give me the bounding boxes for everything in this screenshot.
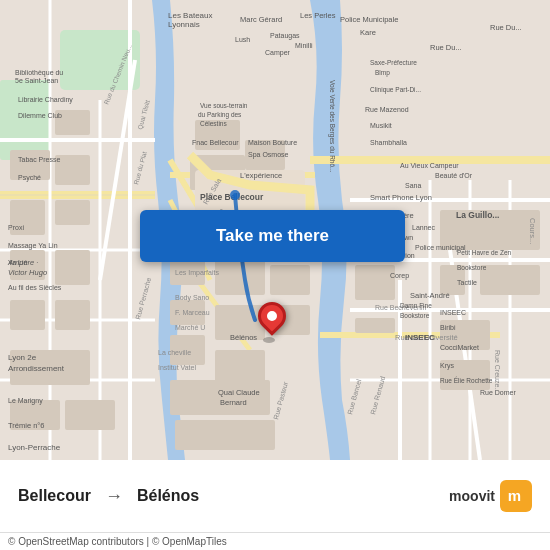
svg-text:Bernard: Bernard — [220, 398, 247, 407]
svg-text:Lyon 2e: Lyon 2e — [8, 353, 37, 362]
svg-text:Librairie Chardiny: Librairie Chardiny — [18, 96, 73, 104]
svg-text:Massage Ya Lin: Massage Ya Lin — [8, 242, 58, 250]
svg-text:Krys: Krys — [440, 362, 455, 370]
route-row: Bellecour → Bélénos moovit m — [0, 460, 550, 532]
svg-text:Fnac Bellecour: Fnac Bellecour — [192, 139, 239, 146]
svg-text:Biribi: Biribi — [440, 324, 456, 331]
take-me-there-button[interactable]: Take me there — [140, 210, 405, 262]
svg-rect-42 — [65, 400, 115, 430]
svg-rect-2 — [0, 80, 50, 160]
svg-text:Petit Havre de Zen: Petit Havre de Zen — [457, 249, 512, 256]
svg-text:Body Sano: Body Sano — [175, 294, 209, 302]
attribution-row: © OpenStreetMap contributors | © OpenMap… — [0, 532, 550, 550]
svg-text:Les Perles: Les Perles — [300, 11, 336, 20]
svg-text:Arrondissement: Arrondissement — [8, 364, 65, 373]
svg-rect-48 — [215, 350, 265, 385]
svg-text:Marché U: Marché U — [175, 324, 205, 331]
svg-text:Victor Hugo: Victor Hugo — [8, 268, 47, 277]
svg-text:Damn Fine: Damn Fine — [400, 302, 432, 309]
location-pin — [258, 302, 286, 330]
bottom-bar: Bellecour → Bélénos moovit m © OpenStree… — [0, 460, 550, 550]
svg-text:Rue Mazenod: Rue Mazenod — [365, 106, 409, 113]
svg-text:Proxi: Proxi — [8, 224, 24, 231]
moovit-icon: m — [500, 480, 532, 512]
svg-text:Au fil des Siècles: Au fil des Siècles — [8, 284, 62, 291]
svg-text:Blmp: Blmp — [375, 69, 390, 77]
svg-text:Dilemme Club: Dilemme Club — [18, 112, 62, 119]
svg-text:Quai Claude: Quai Claude — [218, 388, 260, 397]
svg-text:Lyon-Perrache: Lyon-Perrache — [8, 443, 61, 452]
svg-text:Psyché: Psyché — [18, 174, 41, 182]
svg-text:Rue Du...: Rue Du... — [490, 23, 522, 32]
svg-text:Bibliothèque du: Bibliothèque du — [15, 69, 63, 77]
svg-rect-37 — [55, 250, 90, 285]
svg-text:Pataugas: Pataugas — [270, 32, 300, 40]
svg-text:Police Municipale: Police Municipale — [340, 15, 398, 24]
moovit-logo: moovit m — [449, 480, 532, 512]
svg-text:Corep: Corep — [390, 272, 409, 280]
svg-text:Les Bateaux: Les Bateaux — [168, 11, 212, 20]
svg-text:Vue sous-terrain: Vue sous-terrain — [200, 102, 248, 109]
to-label: Bélénos — [137, 487, 199, 505]
svg-text:Clinique Part-Di...: Clinique Part-Di... — [370, 86, 421, 94]
svg-text:5e Saint-Jean: 5e Saint-Jean — [15, 77, 58, 84]
svg-text:Rue Du...: Rue Du... — [430, 43, 462, 52]
svg-text:Célestins: Célestins — [200, 120, 227, 127]
svg-text:CocciMarket: CocciMarket — [440, 344, 479, 351]
svg-text:Rue Creuze...: Rue Creuze... — [494, 350, 501, 393]
svg-text:Kare: Kare — [360, 28, 376, 37]
svg-text:Au Vieux Campeur: Au Vieux Campeur — [400, 162, 459, 170]
svg-text:Shambhalla: Shambhalla — [370, 139, 407, 146]
svg-text:Lyonnais: Lyonnais — [168, 20, 200, 29]
svg-text:Saxe-Préfecture: Saxe-Préfecture — [370, 59, 417, 66]
arrow-icon: → — [105, 486, 123, 507]
svg-text:Spa Osmose: Spa Osmose — [248, 151, 289, 159]
svg-text:Minilli: Minilli — [295, 42, 313, 49]
svg-text:Maison Bouture: Maison Bouture — [248, 139, 297, 146]
svg-text:La cheville: La cheville — [158, 349, 191, 356]
svg-text:Bookstore: Bookstore — [457, 264, 487, 271]
svg-text:INSEEC: INSEEC — [405, 333, 435, 342]
svg-point-157 — [230, 190, 240, 200]
svg-text:Lannec: Lannec — [412, 224, 435, 231]
svg-text:Tabac Presse: Tabac Presse — [18, 156, 61, 163]
svg-text:Tactile: Tactile — [457, 279, 477, 286]
svg-text:Cours...: Cours... — [528, 218, 537, 244]
svg-rect-39 — [10, 300, 45, 330]
svg-text:INSEEC: INSEEC — [440, 309, 466, 316]
from-label: Bellecour — [18, 487, 91, 505]
svg-text:Le Marigny: Le Marigny — [8, 397, 43, 405]
svg-text:Bookstore: Bookstore — [400, 312, 430, 319]
svg-rect-46 — [215, 260, 265, 295]
svg-rect-52 — [175, 420, 275, 450]
svg-text:Sana: Sana — [405, 182, 421, 189]
svg-text:La Guillo...: La Guillo... — [456, 210, 499, 220]
svg-rect-54 — [355, 265, 395, 300]
svg-text:Trémie n°6: Trémie n°6 — [8, 421, 44, 430]
moovit-text: moovit — [449, 488, 495, 504]
svg-rect-59 — [480, 265, 540, 295]
attribution-text: © OpenStreetMap contributors | © OpenMap… — [8, 536, 227, 547]
svg-rect-49 — [270, 265, 310, 295]
svg-text:Institut Vatel: Institut Vatel — [158, 364, 196, 371]
svg-rect-38 — [55, 300, 90, 330]
map-area: Bibliothèque du 5e Saint-Jean Librairie … — [0, 0, 550, 460]
svg-text:Bélénos: Bélénos — [230, 333, 257, 342]
svg-text:L'expérience: L'expérience — [240, 171, 282, 180]
svg-text:Voie Verte des Berges du Rhô..: Voie Verte des Berges du Rhô... — [328, 80, 336, 173]
svg-point-158 — [263, 337, 275, 343]
svg-text:F. Marceau: F. Marceau — [175, 309, 210, 316]
svg-text:m: m — [508, 487, 521, 504]
svg-text:Musikit: Musikit — [370, 122, 392, 129]
svg-text:Rue Élie Rochette: Rue Élie Rochette — [440, 376, 493, 384]
svg-text:Camper: Camper — [265, 49, 291, 57]
svg-text:Saint-André: Saint-André — [410, 291, 450, 300]
svg-rect-55 — [355, 318, 395, 333]
svg-text:Ya Lin: Ya Lin — [8, 259, 27, 266]
svg-text:du Parking des: du Parking des — [198, 111, 242, 119]
svg-text:Beauté d'Or: Beauté d'Or — [435, 172, 473, 179]
svg-text:Lush: Lush — [235, 36, 250, 43]
svg-text:Marc Gérard: Marc Gérard — [240, 15, 282, 24]
svg-rect-34 — [55, 200, 90, 225]
svg-text:Les Imparfaits: Les Imparfaits — [175, 269, 219, 277]
